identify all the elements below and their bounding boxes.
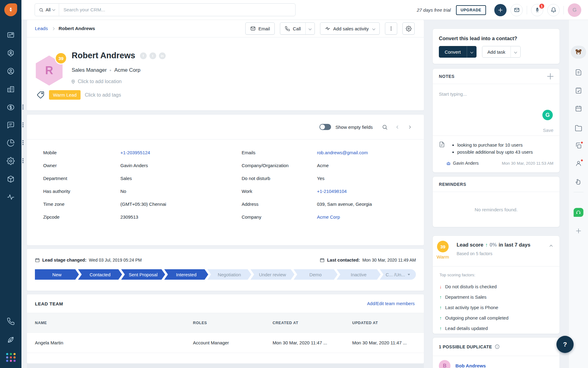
widgets-rail [568, 20, 588, 368]
team-member-created: Mon 30 Mar, 2020 11:47 ... [273, 340, 352, 345]
column-header-updated-at: UPDATED AT [352, 321, 424, 325]
rail-notes-button[interactable] [575, 69, 582, 76]
sidebar-item-accounts[interactable] [7, 85, 15, 93]
factor-up-icon: ↑ [439, 305, 442, 310]
sidebar-item-dashboard[interactable] [7, 31, 15, 39]
stage-negotiation[interactable]: Negotiation [207, 269, 251, 280]
sidebar-item-phone[interactable] [7, 317, 15, 325]
user-avatar[interactable]: G [568, 3, 581, 17]
sidebar-item-freddy[interactable] [7, 336, 15, 344]
rail-participants-button[interactable] [575, 160, 582, 167]
stage-interested[interactable]: Interested [164, 269, 208, 280]
rail-automations-button[interactable] [575, 178, 582, 186]
previous-record-button[interactable] [397, 126, 399, 128]
whats-new-button[interactable]: 1 [531, 4, 543, 16]
grammarly-icon[interactable]: G [542, 110, 553, 120]
sidebar-item-settings[interactable] [7, 157, 15, 165]
divider [527, 6, 527, 14]
sidebar-item-deals[interactable] [7, 103, 15, 111]
add-location-placeholder[interactable]: Click to add location [71, 79, 122, 84]
add-task-button[interactable]: Add task [482, 49, 511, 55]
stage-under-review[interactable]: Under review [251, 269, 295, 280]
analytics-options-kebab[interactable] [22, 140, 24, 145]
save-note-button[interactable]: Save [543, 128, 553, 133]
lead-team-row[interactable]: Angela Martin Account Manager Mon 30 Mar… [27, 333, 424, 353]
deals-options-kebab[interactable] [22, 105, 24, 109]
search-input[interactable] [59, 7, 295, 13]
notifications-button[interactable] [547, 4, 560, 16]
next-record-button[interactable] [408, 126, 410, 128]
add-note-button[interactable] [547, 73, 553, 79]
collapse-score-button[interactable] [550, 243, 552, 249]
lead-company[interactable]: Acme Corp [114, 67, 140, 73]
facebook-icon[interactable]: f [140, 52, 147, 59]
call-split-button[interactable]: Call [280, 22, 315, 35]
call-button[interactable]: Call [280, 23, 305, 34]
settings-options-kebab[interactable] [22, 158, 24, 163]
add-tags-placeholder[interactable]: Click to add tags [85, 92, 121, 98]
duplicate-person-row[interactable]: B Bob Andrews [433, 356, 560, 368]
record-actions: Email Call Add sales activity [245, 22, 415, 35]
convert-dropdown-toggle[interactable] [467, 46, 477, 58]
layout-settings-button[interactable] [402, 22, 415, 35]
call-dropdown-toggle[interactable] [305, 23, 315, 34]
convert-split-button[interactable]: Convert [439, 46, 477, 58]
add-task-dropdown-toggle[interactable] [511, 46, 520, 57]
sidebar-item-conversations[interactable] [7, 121, 15, 129]
rail-calendar-button[interactable] [575, 105, 582, 112]
rail-tasks-button[interactable] [575, 87, 582, 94]
rail-support-button[interactable] [574, 208, 583, 217]
help-button[interactable]: ? [556, 336, 574, 353]
global-search[interactable]: All [35, 3, 296, 16]
stage-demo[interactable]: Demo [294, 269, 338, 280]
lead-tag-warm-lead[interactable]: Warm Lead [49, 90, 81, 100]
sidebar-item-activities[interactable] [7, 193, 15, 201]
info-icon[interactable] [495, 344, 500, 349]
stage-new[interactable]: New [35, 269, 79, 280]
breadcrumb-leads-link[interactable]: Leads [35, 26, 48, 31]
search-scope-selector[interactable]: All [35, 4, 59, 16]
freddy-assistant-button[interactable] [571, 46, 586, 59]
sidebar-item-leads[interactable] [7, 49, 15, 57]
apps-grid-dot [13, 356, 16, 358]
upgrade-button[interactable]: UPGRADE [456, 5, 486, 15]
conversations-options-kebab[interactable] [22, 122, 24, 127]
add-task-split-button[interactable]: Add task [482, 46, 521, 58]
gesture-hand-icon [575, 178, 582, 186]
stage-inactive[interactable]: Inactive [337, 269, 381, 280]
field-value-mobile[interactable]: +1-203955124 [120, 150, 242, 155]
freshworks-logo[interactable] [4, 3, 17, 16]
duplicate-person-link[interactable]: Bob Andrews [455, 363, 486, 368]
score-up-arrow-icon: ↑ [485, 242, 488, 248]
stage-contacted[interactable]: Contacted [78, 269, 122, 280]
convert-button[interactable]: Convert [439, 49, 467, 55]
add-sales-activity-button[interactable]: Add sales activity [320, 22, 380, 35]
linkedin-icon[interactable]: in [159, 52, 166, 59]
rail-files-button[interactable] [575, 125, 582, 132]
field-label: Company/Organization [242, 163, 317, 168]
quick-add-button[interactable] [494, 4, 507, 16]
sidebar-item-apps[interactable] [6, 353, 16, 362]
search-fields-button[interactable] [382, 124, 388, 130]
sidebar-item-products[interactable] [7, 175, 15, 183]
trial-countdown: 27 days free trial [417, 7, 451, 13]
field-value-company-link[interactable]: Acme Corp [317, 214, 424, 220]
twitter-icon[interactable]: t [149, 52, 156, 59]
field-value-emails[interactable]: rob.andrews@gmail.com [317, 150, 424, 155]
rail-add-widget-button[interactable] [575, 227, 582, 235]
stage-sent-proposal[interactable]: Sent Proposal [121, 269, 165, 280]
email-button[interactable]: Email [245, 22, 275, 35]
sidebar-item-analytics[interactable] [7, 139, 15, 147]
more-actions-kebab-button[interactable] [385, 22, 397, 35]
sidebar-item-contacts[interactable] [7, 67, 15, 75]
stage-overflow-dropdown[interactable]: C... /Un... [380, 269, 416, 280]
field-value-work-phone[interactable]: +1-210498104 [317, 189, 424, 194]
note-item[interactable]: looking to purchase for 10 users possibl… [433, 136, 560, 155]
divider [564, 6, 564, 14]
rail-duplicates-button[interactable] [575, 142, 582, 149]
add-edit-team-members-link[interactable]: Add/Edit team members [367, 301, 415, 306]
email-inbox-button[interactable] [511, 4, 523, 16]
note-editor[interactable]: Start typing... G Save [433, 84, 560, 136]
deals-icon [7, 103, 15, 111]
show-empty-fields-toggle[interactable] [319, 124, 331, 130]
